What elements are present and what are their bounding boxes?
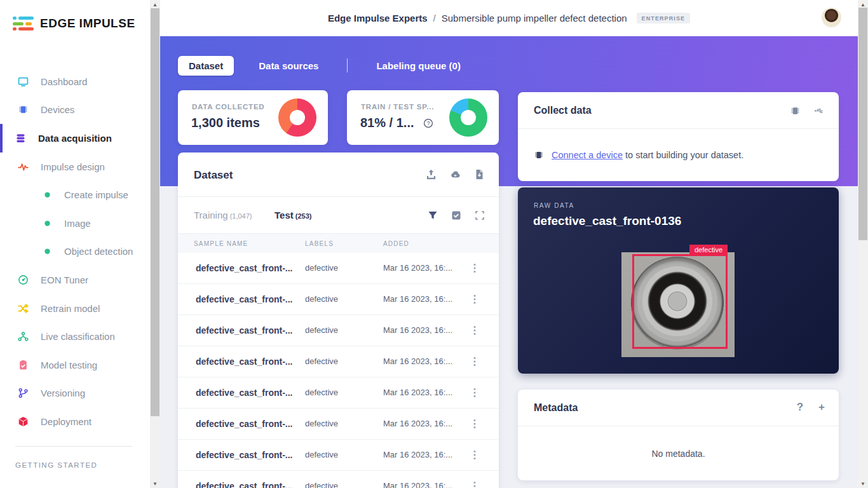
sample-name: defective_cast_front-... <box>196 481 293 488</box>
file-download-icon[interactable] <box>474 169 485 180</box>
metadata-card: Metadata ? + No metadata. <box>518 390 839 480</box>
chip-icon <box>18 104 29 115</box>
sample-name: defective_cast_front-... <box>196 356 293 367</box>
main-scrollbar-thumb[interactable] <box>858 8 867 240</box>
breadcrumb-separator: / <box>433 13 436 24</box>
sidebar-item-label: Devices <box>41 104 74 115</box>
sample-name: defective_cast_front-... <box>196 263 293 273</box>
sidebar-item-versioning[interactable]: Versioning <box>0 379 150 408</box>
sample-name: defective_cast_front-... <box>196 388 293 398</box>
dot-icon <box>44 248 51 255</box>
sidebar-item-retrain-model[interactable]: Retrain model <box>0 294 150 323</box>
page-tabs: Dataset Data sources Labeling queue (0) <box>178 55 471 76</box>
train-test-split-donut-chart <box>449 98 487 137</box>
sidebar-item-label: Deployment <box>41 416 92 427</box>
logo-wordmark: EDGE IMPULSE <box>40 17 135 30</box>
subtab-training[interactable]: Training(1,047) <box>194 210 252 220</box>
sidebar-item-model-testing[interactable]: Model testing <box>0 351 150 379</box>
table-row[interactable]: defective_cast_front-...defectiveMar 16 … <box>178 409 499 440</box>
bounding-box-label: defective <box>689 245 728 255</box>
kebab-menu-icon[interactable] <box>470 292 479 306</box>
collect-data-title: Collect data <box>534 105 592 116</box>
cloud-icon[interactable] <box>450 169 461 180</box>
user-avatar[interactable] <box>822 8 841 27</box>
table-row[interactable]: defective_cast_front-...defectiveMar 16 … <box>178 284 499 315</box>
sidebar-item-deployment[interactable]: Deployment <box>0 407 150 436</box>
shuffle-icon <box>18 303 29 314</box>
kebab-menu-icon[interactable] <box>470 323 479 337</box>
sidebar-item-data-acquisition[interactable]: Data acquisition <box>0 124 150 152</box>
sidebar-item-label: Data acquisition <box>38 133 112 144</box>
kebab-menu-icon[interactable] <box>470 355 479 369</box>
select-checkbox-icon[interactable] <box>451 210 461 220</box>
tab-data-sources[interactable]: Data sources <box>248 56 329 76</box>
sidebar-scrollbar[interactable]: ▲ ▼ <box>150 0 160 488</box>
dataset-subtabs: Training(1,047) Test(253) <box>178 197 499 234</box>
table-row[interactable]: defective_cast_front-...defectiveMar 16 … <box>178 471 499 488</box>
kebab-menu-icon[interactable] <box>470 417 479 431</box>
chip-icon <box>534 150 544 160</box>
kebab-menu-icon[interactable] <box>470 386 479 400</box>
scroll-up-arrow-icon[interactable]: ▲ <box>150 0 160 9</box>
column-header-sample-name: SAMPLE NAME <box>194 240 248 247</box>
expand-icon[interactable] <box>475 210 485 220</box>
table-row[interactable]: defective_cast_front-...defectiveMar 16 … <box>178 315 499 346</box>
sidebar-item-live-classification[interactable]: Live classification <box>0 322 150 351</box>
kebab-menu-icon[interactable] <box>470 448 479 462</box>
sample-name: defective_cast_front-... <box>196 294 293 304</box>
kebab-menu-icon[interactable] <box>470 261 479 275</box>
breadcrumb-project: Submersible pump impeller defect detecti… <box>442 13 627 24</box>
metadata-add-icon[interactable]: + <box>818 402 825 412</box>
sample-added: Mar 16 2023, 16:... <box>383 325 452 335</box>
dot-icon <box>44 191 51 198</box>
usb-icon[interactable] <box>814 105 825 116</box>
sample-label: defective <box>305 356 338 366</box>
edge-impulse-logo-icon <box>13 17 34 30</box>
monitor-icon <box>18 76 29 87</box>
chip-icon[interactable] <box>790 105 801 116</box>
sample-added: Mar 16 2023, 16:... <box>383 356 452 366</box>
sidebar-item-devices[interactable]: Devices <box>0 96 150 125</box>
column-header-labels: LABELS <box>305 240 334 247</box>
table-row[interactable]: defective_cast_front-...defectiveMar 16 … <box>178 253 499 284</box>
sidebar-scrollbar-thumb[interactable] <box>151 8 159 416</box>
sidebar-item-label: Impulse design <box>41 161 105 172</box>
filter-icon[interactable] <box>428 210 438 220</box>
dataset-panel-title: Dataset <box>194 169 233 182</box>
help-circle-icon[interactable]: ? <box>423 118 433 128</box>
sidebar-item-eon-tuner[interactable]: EON Tuner <box>0 266 150 294</box>
sidebar-item-impulse-design[interactable]: Impulse design <box>0 152 150 181</box>
main-area: Edge Impulse Experts / Submersible pump … <box>160 0 858 488</box>
sidebar-nav: DashboardDevicesData acquisitionImpulse … <box>0 67 150 436</box>
table-row[interactable]: defective_cast_front-...defectiveMar 16 … <box>178 377 499 409</box>
connect-device-link[interactable]: Connect a device <box>552 150 623 160</box>
sample-name: defective_cast_front-... <box>196 450 293 460</box>
metadata-help-icon[interactable]: ? <box>797 402 803 412</box>
sample-label: defective <box>305 325 338 335</box>
table-row[interactable]: defective_cast_front-...defectiveMar 16 … <box>178 346 499 377</box>
scroll-down-arrow-icon[interactable]: ▼ <box>150 479 160 488</box>
tab-labeling-queue[interactable]: Labeling queue (0) <box>365 56 471 76</box>
breadcrumb-org-link[interactable]: Edge Impulse Experts <box>328 13 428 24</box>
main-scrollbar[interactable]: ▲ ▼ <box>858 0 868 488</box>
sidebar-item-label: Object detection <box>64 246 133 257</box>
train-test-split-card: TRAIN / TEST SP... 81% / 1... ? <box>347 90 499 145</box>
clipboard-icon <box>18 360 29 370</box>
bounding-box: defective <box>632 254 728 349</box>
tab-dataset[interactable]: Dataset <box>178 56 234 76</box>
kebab-menu-icon[interactable] <box>470 479 479 488</box>
sidebar-item-label: Image <box>64 218 91 229</box>
subtab-test[interactable]: Test(253) <box>275 210 311 220</box>
sidebar-item-dashboard[interactable]: Dashboard <box>0 67 150 96</box>
sidebar-item-object-detection[interactable]: Object detection <box>0 238 150 266</box>
sidebar-item-image[interactable]: Image <box>0 209 150 238</box>
sample-added: Mar 16 2023, 16:... <box>383 481 452 488</box>
metadata-header: Metadata ? + <box>518 390 839 426</box>
data-collected-label: DATA COLLECTED <box>192 103 264 111</box>
scroll-down-arrow-icon[interactable]: ▼ <box>858 479 868 488</box>
sidebar-item-create-impulse[interactable]: Create impulse <box>0 180 150 209</box>
table-row[interactable]: defective_cast_front-...defectiveMar 16 … <box>178 440 499 471</box>
sidebar-item-label: Model testing <box>41 360 97 370</box>
edge-impulse-logo[interactable]: EDGE IMPULSE <box>13 17 135 30</box>
upload-icon[interactable] <box>426 169 437 180</box>
